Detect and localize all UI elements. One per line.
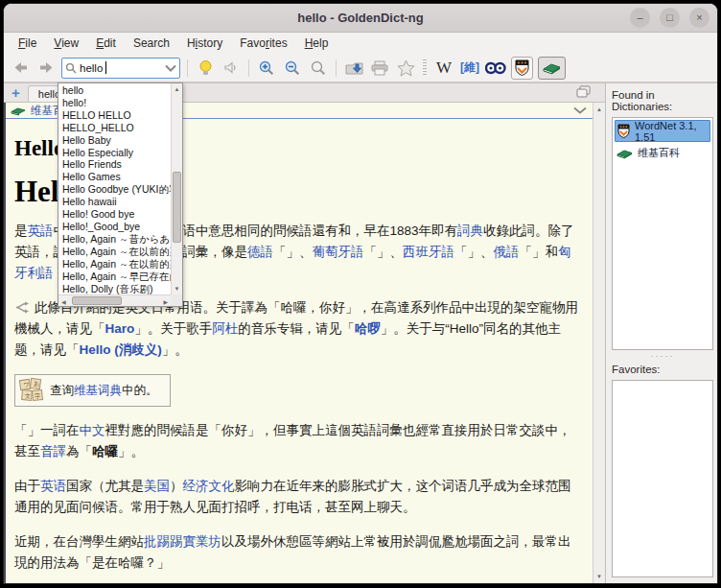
text-segment: 「」、 [364,245,404,259]
menu-item[interactable]: History [178,35,231,52]
scroll-left-icon[interactable]: ◀ [61,298,66,305]
scroll-down-icon[interactable]: ▼ [593,574,605,579]
green-book-icon [11,106,26,116]
suggestion-item[interactable]: Hello Games [58,171,171,183]
print-button[interactable] [369,57,390,80]
suggestion-item[interactable]: Hello! Good bye [58,208,171,221]
suggestion-item[interactable]: Hello hawaii [58,196,171,208]
zoom-in-button[interactable] [256,57,277,80]
scroll-up-icon[interactable]: ▲ [172,86,182,92]
suggestion-item[interactable]: Hello Especially [58,147,171,159]
suggestion-item[interactable]: Hello, Again ～昔からある場所～ [58,233,171,246]
scrollbar-thumb[interactable] [72,296,122,305]
search-icon [65,62,77,74]
scroll-right-icon[interactable]: ▶ [163,298,168,305]
article-link[interactable]: 英语 [40,479,66,493]
suggestion-item[interactable]: Hello, Again ～早已存在的地方～ [58,270,171,283]
suggestion-item[interactable]: HELLO HELLO [58,109,171,122]
menu-item[interactable]: File [10,35,45,52]
dict-wikipedia-en-button[interactable]: W [433,57,454,80]
suggestion-item[interactable]: Hello!_Good_bye [58,221,171,233]
search-suggestions-dropdown: hellohello!HELLO HELLOHELLO_HELLOHello B… [58,82,183,307]
suggestion-item[interactable]: hello [58,84,171,97]
scan-popup-button[interactable] [195,57,216,80]
menu-item[interactable]: Search [125,35,178,52]
menu-item[interactable]: Help [296,35,337,52]
hatnote-fork-icon [14,301,31,314]
green-book-icon [542,60,562,75]
article-link[interactable]: 詞典 [457,223,483,238]
lightbulb-icon [198,59,213,77]
save-article-button[interactable] [343,57,364,80]
suggestion-item[interactable]: Hello Goodbye (YUKI的單曲) [58,183,171,196]
article-link[interactable]: 葡萄牙語 [313,245,364,259]
text-segment: 中的。 [122,384,158,397]
zoom-out-button[interactable] [282,57,303,80]
zoom-out-icon [285,60,300,76]
article-link[interactable]: Hello (消歧义) [80,342,162,357]
back-button[interactable] [10,57,31,80]
expand-articles-button[interactable] [576,85,592,99]
suggestion-item[interactable]: HELLO_HELLO [58,122,171,134]
collapse-article-chevron-icon[interactable] [573,106,587,114]
favorites-list[interactable] [612,380,713,577]
article-link[interactable]: Haro [105,321,135,336]
close-button[interactable]: × [689,8,709,28]
menu-item[interactable]: Favorites [231,35,295,52]
article-link[interactable]: 经济文化 [183,479,235,493]
article-link[interactable]: 阿杜 [212,321,238,336]
menu-item[interactable]: Edit [87,35,125,52]
scroll-down-icon[interactable]: ▼ [172,286,182,292]
minimize-button[interactable]: – [630,8,650,28]
article-link[interactable]: 批踢踢實業坊 [144,534,221,549]
zoom-in-icon [259,60,274,76]
suggestion-item[interactable]: hello! [58,97,171,109]
svg-text:字: 字 [35,392,40,399]
article-link[interactable]: 美国 [144,479,170,493]
wiki-cn-icon: [維] [460,59,479,76]
article-link[interactable]: 西班牙語 [403,245,454,259]
article-link[interactable]: 中文 [80,423,105,437]
dict-wikibaike-toggle[interactable] [538,57,566,80]
article-scrollbar[interactable]: ▲ ▼ [593,103,605,583]
dict-wordnet-toggle[interactable] [511,57,533,80]
chevron-down-icon[interactable] [165,64,176,72]
forward-button[interactable] [35,57,57,80]
add-favorite-button[interactable] [395,57,416,80]
dictionary-item-wikibaike[interactable]: 维基百科 [615,142,710,164]
scrollbar-corner [171,294,182,306]
panel-splitter[interactable]: ····· [612,350,713,362]
favorites-label: Favorites: [612,364,713,375]
dropdown-horizontal-scrollbar[interactable]: ◀ ▶ [58,294,171,306]
text-segment: 是 [14,223,28,238]
article-link[interactable]: 德語 [247,245,273,259]
dropdown-vertical-scrollbar[interactable]: ▲ ▼ [171,83,182,294]
svg-text:あ: あ [34,381,39,388]
maximize-button[interactable]: □ [660,8,680,28]
suggestion-item[interactable]: Hello Baby [58,134,171,147]
dictionary-item-wordnet[interactable]: WordNet 3.1, 1.51 [615,120,710,142]
scrollbar-thumb[interactable] [173,172,181,243]
text-segment: 」。 [162,342,188,357]
green-book-icon [616,148,633,159]
scroll-up-icon[interactable]: ▲ [593,106,605,112]
suggestion-item[interactable]: Hello, Again ～在以前的某個地方～ [58,258,171,270]
search-input[interactable]: hello [61,58,180,79]
dict-wikipedia-cn-button[interactable]: [維] [459,57,480,80]
zoom-reset-button[interactable] [308,57,329,80]
menu-item[interactable]: View [45,35,87,52]
article-link[interactable]: 哈啰 [355,321,381,336]
new-tab-button[interactable]: + [8,84,28,102]
article-link[interactable]: 维基词典 [74,384,122,397]
pronounce-button[interactable] [221,57,242,80]
suggestion-item[interactable]: Hello, Again ～在以前的某個地方～ [58,246,171,258]
suggestion-item[interactable]: Hello Friends [58,158,171,171]
dict-goggles-button[interactable] [485,57,506,80]
toolbar: hello [4,54,717,82]
article-link[interactable]: 俄語 [494,245,520,259]
back-arrow-icon [12,60,29,75]
article-link[interactable]: 英語 [28,223,54,238]
suggestion-item[interactable]: Hello, Dolly (音乐剧) [58,283,171,295]
title-bar[interactable]: hello - GoldenDict-ng – □ × [4,4,717,33]
article-link[interactable]: 音譯 [40,444,66,459]
